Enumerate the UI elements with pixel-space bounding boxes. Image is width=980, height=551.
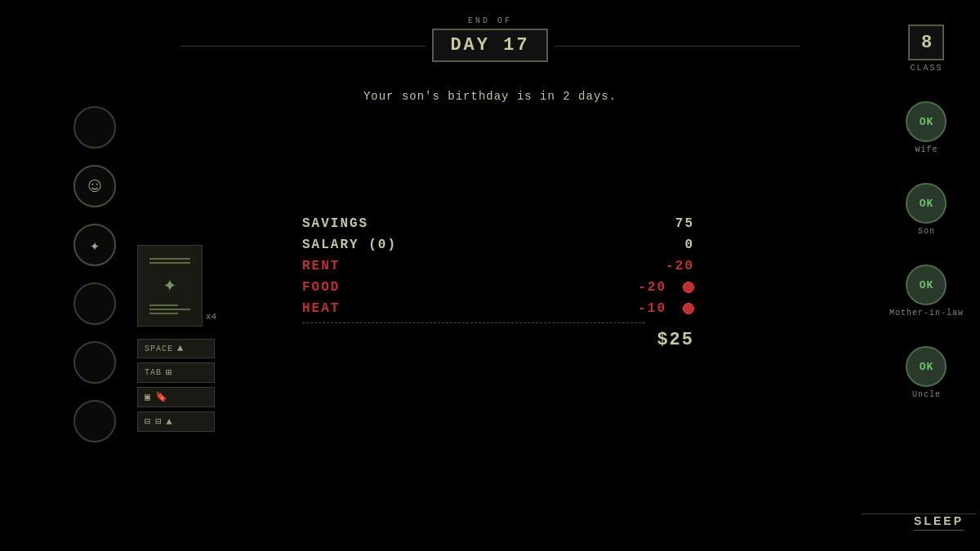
son-status-circle: OK: [906, 183, 947, 224]
left-sidebar: ☺ ✦: [74, 106, 116, 442]
day-header: END OF DAY 17: [408, 16, 572, 62]
book-icon: ▣: [145, 391, 151, 403]
action-control[interactable]: ⊟ ⊟ ▲: [137, 411, 215, 432]
right-sidebar: 8 CLASS OK Wife OK Son OK Mother-in-law …: [889, 24, 964, 399]
food-warning-dot: [683, 282, 694, 293]
controls-panel: SPACE ▲ TAB ⊞ ▣ 🔖 ⊟ ⊟ ▲: [137, 339, 215, 432]
doc-line-5: [149, 313, 178, 314]
heat-value: -10: [626, 301, 666, 316]
finance-panel: SAVINGS 75 SALARY (0) 0 RENT -20 FOOD -2…: [302, 216, 694, 350]
sleep-button[interactable]: SLEEP: [914, 514, 964, 531]
badge-icon: ✦: [74, 224, 116, 266]
doc-line-2: [149, 262, 190, 264]
circle-empty-4: [74, 400, 116, 442]
savings-value: 75: [653, 216, 694, 231]
salary-row: SALARY (0) 0: [302, 238, 694, 252]
rent-value: -20: [653, 259, 694, 273]
heat-row: HEAT -10: [302, 301, 694, 316]
savings-row: SAVINGS 75: [302, 216, 694, 231]
heat-label: HEAT: [302, 301, 340, 316]
family-member-mother-in-law: OK Mother-in-law: [889, 264, 964, 318]
document-card: ✦ x4: [137, 245, 203, 327]
smiley-icon: ☺: [74, 165, 116, 207]
doc-line-4: [149, 309, 190, 310]
tab-control[interactable]: TAB ⊞: [137, 362, 215, 383]
tab-key-label: TAB: [145, 368, 162, 377]
savings-label: SAVINGS: [302, 216, 368, 231]
rent-label: RENT: [302, 259, 340, 273]
mother-in-law-status-circle: OK: [906, 264, 947, 305]
smiley-face-glyph: ☺: [88, 176, 101, 197]
space-icon: ▲: [177, 343, 184, 354]
heat-warning-dot: [683, 303, 694, 314]
tab-icon: ⊞: [166, 367, 172, 379]
action-icon-3: ▲: [166, 416, 172, 428]
bookmark-icon: 🔖: [155, 391, 168, 403]
class-label: CLASS: [910, 64, 942, 73]
doc-line-1: [149, 258, 190, 260]
heat-right: -10: [626, 301, 694, 316]
family-member-wife: OK Wife: [906, 101, 947, 154]
uncle-status-circle: OK: [906, 346, 947, 387]
salary-value: 0: [653, 238, 694, 252]
class-number: 8: [908, 24, 944, 60]
food-value: -20: [626, 280, 666, 295]
x4-label: x4: [206, 312, 216, 322]
doc-line-3: [149, 304, 178, 306]
food-right: -20: [626, 280, 694, 295]
notification-text: Your son's birthday is in 2 days.: [363, 90, 617, 103]
son-name: Son: [918, 227, 935, 236]
salary-label: SALARY (0): [302, 238, 397, 252]
family-member-son: OK Son: [906, 183, 947, 236]
uncle-name: Uncle: [912, 390, 941, 399]
doc-lines-bottom: [149, 304, 190, 314]
mother-in-law-name: Mother-in-law: [889, 309, 964, 318]
food-label: FOOD: [302, 280, 340, 295]
space-key-label: SPACE: [145, 344, 173, 353]
circle-empty-3: [74, 341, 116, 384]
circle-empty-2: [74, 282, 116, 325]
day-box: DAY 17: [432, 29, 547, 62]
wife-status-circle: OK: [906, 101, 947, 142]
rent-row: RENT -20: [302, 259, 694, 273]
class-badge: 8 CLASS: [908, 24, 944, 73]
finance-divider: [302, 322, 645, 323]
badge-glyph: ✦: [90, 235, 100, 256]
book-control[interactable]: ▣ 🔖: [137, 387, 215, 407]
doc-lines: [149, 258, 190, 264]
end-of-label: END OF: [408, 16, 572, 25]
food-row: FOOD -20: [302, 280, 694, 295]
action-icon-1: ⊟: [145, 415, 151, 428]
doc-emblem: ✦: [163, 270, 177, 298]
wife-name: Wife: [915, 145, 938, 154]
family-member-uncle: OK Uncle: [906, 346, 947, 399]
bottom-decorative-line: [862, 513, 976, 514]
finance-total: $25: [302, 330, 694, 350]
space-control[interactable]: SPACE ▲: [137, 339, 215, 358]
circle-empty-1: [74, 106, 116, 149]
action-icon-2: ⊟: [155, 415, 162, 428]
